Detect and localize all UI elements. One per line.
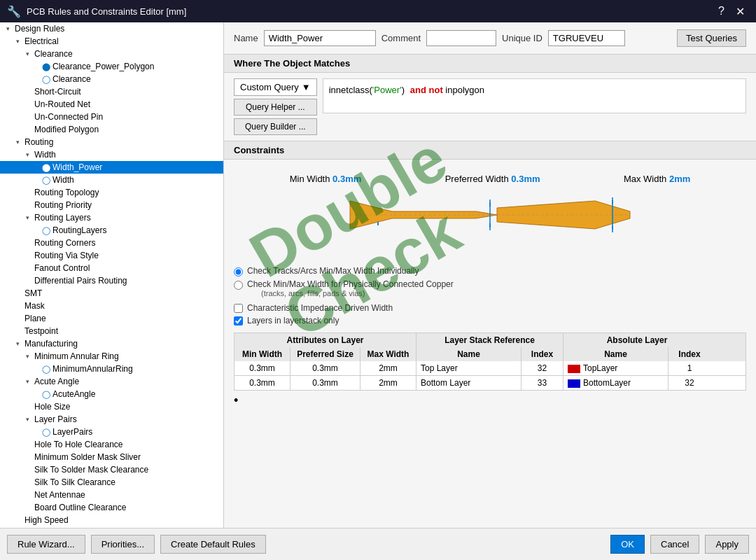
expander-icon[interactable]: ▾ [3, 25, 13, 32]
expander-icon[interactable]: ▾ [22, 353, 32, 360]
preferred-width-value: 0.3mm [511, 174, 540, 184]
expander-icon[interactable]: ▾ [13, 139, 22, 146]
sidebar-item-width-power[interactable]: ⬤Width_Power [0, 161, 223, 174]
layerstack-checkbox[interactable] [234, 316, 243, 326]
sidebar-item-silk-to-silk[interactable]: Silk To Silk Clearance [0, 476, 223, 489]
sidebar-item-high-speed[interactable]: High Speed [0, 514, 223, 526]
sidebar-item-testpoint[interactable]: Testpoint [0, 325, 223, 337]
sidebar-item-differential-pairs[interactable]: Differential Pairs Routing [0, 274, 223, 287]
width-diagram: Min Width 0.3mm Preferred Width 0.3mm Ma… [234, 174, 746, 258]
add-row-btn[interactable]: • [234, 391, 746, 411]
sidebar-item-acute-angle[interactable]: ▾Acute Angle [0, 375, 223, 388]
sidebar-item-routing[interactable]: ▾Routing [0, 136, 223, 148]
title-bar: 🔧 PCB Rules and Constraints Editor [mm] … [0, 0, 756, 22]
sidebar-item-un-connected-pin[interactable]: Un-Connected Pin [0, 111, 223, 123]
window-controls: ? ✕ [714, 4, 749, 20]
sidebar-item-width-group[interactable]: ▾Width [0, 148, 223, 161]
expander-icon[interactable]: ▾ [22, 50, 32, 57]
tree-item-label: Hole Size [34, 402, 70, 412]
bottom-bar: Rule Wizard... Priorities... Create Defa… [0, 528, 756, 560]
sidebar-item-layer-pairs[interactable]: ▾Layer Pairs [0, 413, 223, 426]
sidebar-item-min-solder-mask[interactable]: Minimum Solder Mask Sliver [0, 451, 223, 463]
rule-wizard-button[interactable]: Rule Wizard... [7, 535, 85, 554]
where-section-title: Where The Object Matches [224, 54, 756, 73]
sidebar-item-clearance-power-polygon[interactable]: ⬤Clearance_Power_Polygon [0, 60, 223, 73]
table-cell: 33 [522, 376, 564, 390]
apply-button[interactable]: Apply [705, 535, 749, 554]
sidebar-item-clearance[interactable]: ◯Clearance [0, 73, 223, 85]
sidebar-item-board-outline[interactable]: Board Outline Clearance [0, 501, 223, 514]
query-text-area[interactable]: innetclass('Power') and not inpolygon [323, 78, 746, 113]
query-builder-button[interactable]: Query Builder ... [234, 118, 317, 135]
uid-input[interactable]: TGRUEVEU [548, 30, 625, 46]
sidebar-item-design-rules[interactable]: ▾Design Rules [0, 22, 223, 35]
color-swatch [568, 379, 580, 388]
tree-item-label: Fanout Control [34, 263, 90, 273]
query-type-dropdown[interactable]: Custom Query ▼ [234, 78, 317, 96]
sidebar-item-electrical[interactable]: ▾Electrical [0, 35, 223, 48]
group3-header: Absolute Layer [564, 333, 710, 347]
tree-node-icon: ◯ [42, 365, 50, 374]
sidebar-item-net-antennae[interactable]: Net Antennae [0, 489, 223, 501]
tree-item-label: Un-Routed Net [34, 99, 90, 109]
sidebar-item-mask[interactable]: Mask [0, 300, 223, 312]
sidebar-item-min-annular-ring[interactable]: ▾Minimum Annular Ring [0, 350, 223, 363]
sidebar-item-smt[interactable]: SMT [0, 287, 223, 300]
sidebar-item-routing-layers[interactable]: ▾Routing Layers [0, 211, 223, 224]
query-helper-button[interactable]: Query Helper ... [234, 99, 317, 115]
create-default-button[interactable]: Create Default Rules [160, 535, 266, 554]
sidebar-item-un-routed-net[interactable]: Un-Routed Net [0, 98, 223, 111]
expander-icon[interactable]: ▾ [22, 214, 32, 221]
expander-icon[interactable]: ▾ [22, 416, 32, 423]
sidebar-item-min-annular-ring-item[interactable]: ◯MinimumAnnularRing [0, 363, 223, 375]
tree-item-label: Clearance_Power_Polygon [52, 62, 154, 71]
sidebar-item-routing-layers-item[interactable]: ◯RoutingLayers [0, 224, 223, 237]
impedance-checkbox[interactable] [234, 304, 243, 313]
sidebar-item-plane[interactable]: Plane [0, 312, 223, 325]
tree-node-icon: ⬤ [42, 62, 50, 71]
radio-individually[interactable] [234, 267, 243, 276]
min-width-value: 0.3mm [332, 174, 361, 184]
sidebar-item-manufacturing[interactable]: ▾Manufacturing [0, 337, 223, 350]
constraints-panel: Min Width 0.3mm Preferred Width 0.3mm Ma… [224, 160, 756, 528]
priorities-button[interactable]: Priorities... [91, 535, 155, 554]
sidebar-item-modified-polygon[interactable]: Modified Polygon [0, 123, 223, 136]
table-cell: 0.3mm [234, 361, 290, 375]
help-button[interactable]: ? [714, 4, 729, 20]
sidebar-item-hole-size[interactable]: Hole Size [0, 400, 223, 413]
sidebar-item-clearance-group[interactable]: ▾Clearance [0, 48, 223, 60]
sidebar-item-layer-pairs-item[interactable]: ◯LayerPairs [0, 426, 223, 438]
tree-item-label: Net Antennae [34, 490, 85, 500]
sidebar: ▾Design Rules▾Electrical▾Clearance ⬤Clea… [0, 22, 224, 528]
test-queries-button[interactable]: Test Queries [677, 29, 746, 47]
sidebar-item-silk-to-solder[interactable]: Silk To Solder Mask Clearance [0, 463, 223, 476]
comment-input[interactable] [426, 30, 496, 46]
radio-physical[interactable] [234, 281, 243, 290]
tree-node-icon: ◯ [42, 176, 50, 185]
ok-button[interactable]: OK [610, 535, 645, 554]
right-panel: Name Width_Power Comment Unique ID TGRUE… [224, 22, 756, 528]
close-button[interactable]: ✕ [732, 4, 749, 20]
tree-item-label: Hole To Hole Clearance [34, 440, 123, 449]
tree-item-label: Minimum Solder Mask Sliver [34, 452, 141, 462]
sidebar-item-routing-priority[interactable]: Routing Priority [0, 199, 223, 211]
tree-item-label: Manufacturing [24, 339, 78, 349]
col-abs-name: Name [564, 347, 668, 361]
table-cell: 32 [522, 361, 564, 375]
cancel-button[interactable]: Cancel [650, 535, 699, 554]
sidebar-item-short-circuit[interactable]: Short-Circuit [0, 85, 223, 98]
sidebar-item-hole-to-hole[interactable]: Hole To Hole Clearance [0, 438, 223, 451]
tree-item-label: Modified Polygon [34, 125, 99, 134]
expander-icon[interactable]: ▾ [22, 151, 32, 158]
sidebar-item-acute-angle-item[interactable]: ◯AcuteAngle [0, 388, 223, 400]
sidebar-item-routing-topology[interactable]: Routing Topology [0, 186, 223, 199]
sidebar-item-fanout-control[interactable]: Fanout Control [0, 262, 223, 274]
sidebar-item-routing-via-style[interactable]: Routing Via Style [0, 249, 223, 262]
sidebar-item-routing-corners[interactable]: Routing Corners [0, 237, 223, 249]
expander-icon[interactable]: ▾ [13, 38, 22, 45]
expander-icon[interactable]: ▾ [13, 340, 22, 347]
sidebar-item-width[interactable]: ◯Width [0, 174, 223, 186]
name-input[interactable]: Width_Power [264, 30, 376, 46]
expander-icon[interactable]: ▾ [22, 378, 32, 385]
col-pref-size: Preferred Size [290, 347, 360, 361]
